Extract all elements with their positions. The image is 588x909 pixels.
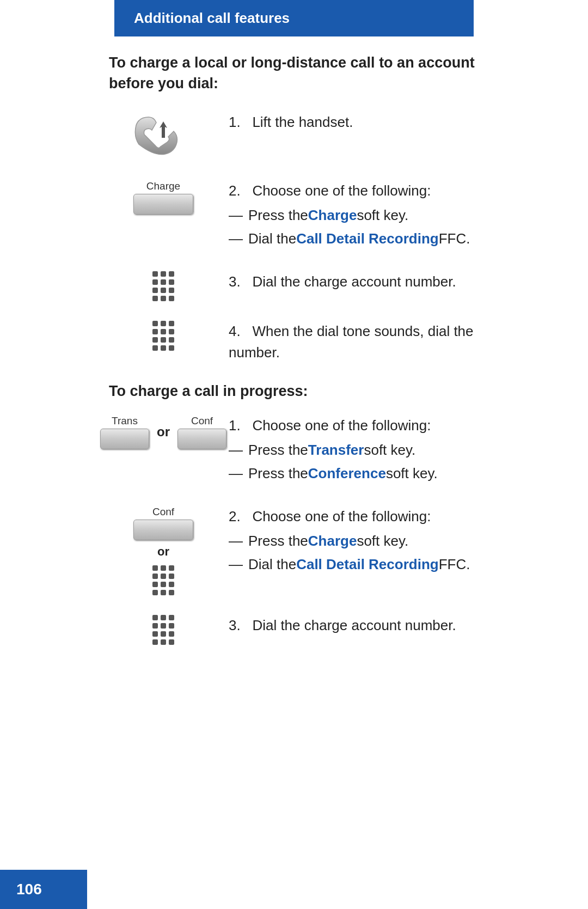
step1-num: 1. <box>229 114 248 130</box>
conference-blue: Conference <box>308 463 386 484</box>
s2-step2-bullet1: Press the Charge soft key. <box>229 530 479 552</box>
s2-step1-text: 1. Choose one of the following: Press th… <box>218 415 479 486</box>
s2-step3-row: 3. Dial the charge account number. <box>109 615 479 645</box>
step2-bullet1: Press the Charge soft key. <box>229 205 479 226</box>
conf-key-wrapper2: Conf <box>133 506 193 540</box>
s2-step2-intro: Choose one of the following: <box>252 508 431 524</box>
step3-num: 3. <box>229 273 248 290</box>
step2-intro: Choose one of the following: <box>252 182 431 199</box>
conf-or-block: Conf or <box>133 506 193 595</box>
trans-label: Trans <box>112 415 138 427</box>
transfer-blue: Transfer <box>308 440 364 461</box>
s2-step1-bullet1: Press the Transfer soft key. <box>229 440 479 461</box>
cdr-blue2: Call Detail Recording <box>296 554 439 575</box>
step4-row: 4. When the dial tone sounds, dial the n… <box>109 321 479 363</box>
keypad4-col <box>109 615 218 645</box>
step2-row: Charge 2. Choose one of the following: P… <box>109 180 479 252</box>
s2-step1-row: Trans or Conf 1. Choose one of the follo… <box>109 415 479 486</box>
charge-blue2: Charge <box>308 530 357 552</box>
keypad2-col <box>109 321 218 351</box>
conf-or-keypad-col: Conf or <box>109 506 218 595</box>
step3-row: 3. Dial the charge account number. <box>109 271 479 301</box>
step2-bullet2: Dial the Call Detail Recording FFC. <box>229 228 479 249</box>
handset-icon-col <box>109 112 218 161</box>
step3-label: Dial the charge account number. <box>252 273 456 290</box>
cdr-blue1: Call Detail Recording <box>296 228 439 249</box>
keypad1-icon <box>152 271 174 301</box>
trans-key-wrapper: Trans <box>100 415 149 449</box>
step3-text: 3. Dial the charge account number. <box>218 271 479 292</box>
charge-soft-key[interactable] <box>133 194 193 215</box>
or-label2: or <box>157 545 169 559</box>
trans-conf-col: Trans or Conf <box>109 415 218 449</box>
page-container: To charge a local or long-distance call … <box>103 36 485 681</box>
s2-step1-num: 1. <box>229 417 248 434</box>
conf-label1: Conf <box>191 415 213 427</box>
charge-key-wrapper: Charge <box>133 180 193 215</box>
s2-step2-num: 2. <box>229 508 248 524</box>
step1-row: 1. Lift the handset. <box>109 112 479 161</box>
s2-step1-bullet2: Press the Conference soft key. <box>229 463 479 484</box>
page-number-bar: 106 <box>0 870 87 909</box>
conf-label2: Conf <box>152 506 174 518</box>
step2-bullets: Press the Charge soft key. Dial the Call… <box>229 205 479 249</box>
s2-step3-num: 3. <box>229 617 248 633</box>
softkeys-row: Trans or Conf <box>100 415 226 449</box>
keypad2-icon <box>152 321 174 351</box>
s2-step2-row: Conf or 2. Choose one of the following: … <box>109 506 479 595</box>
step2-text: 2. Choose one of the following: Press th… <box>218 180 479 252</box>
conf-soft-key2[interactable] <box>133 520 193 540</box>
trans-soft-key[interactable] <box>100 429 149 449</box>
s2-step1-bullets: Press the Transfer soft key. Press the C… <box>229 440 479 484</box>
s2-step3-text: 3. Dial the charge account number. <box>218 615 479 636</box>
or-text1: or <box>157 424 170 440</box>
charge-blue1: Charge <box>308 205 357 226</box>
header-label: Additional call features <box>134 10 290 26</box>
s2-step2-text: 2. Choose one of the following: Press th… <box>218 506 479 577</box>
step1-label: Lift the handset. <box>252 114 353 130</box>
s2-step1-intro: Choose one of the following: <box>252 417 431 434</box>
section2-title: To charge a call in progress: <box>109 383 479 400</box>
step4-text: 4. When the dial tone sounds, dial the n… <box>218 321 479 363</box>
charge-key-label: Charge <box>146 180 180 192</box>
keypad3-icon <box>152 565 174 595</box>
header-bar: Additional call features <box>114 0 474 36</box>
keypad4-icon <box>152 615 174 645</box>
s2-step2-bullet2: Dial the Call Detail Recording FFC. <box>229 554 479 575</box>
step4-num: 4. <box>229 323 248 339</box>
step2-num: 2. <box>229 182 248 199</box>
charge-key-col: Charge <box>109 180 218 215</box>
keypad1-col <box>109 271 218 301</box>
s2-step2-bullets: Press the Charge soft key. Dial the Call… <box>229 530 479 575</box>
svg-marker-0 <box>160 121 167 138</box>
page-number: 106 <box>16 881 42 898</box>
section1-title: To charge a local or long-distance call … <box>109 53 479 94</box>
s2-step3-label: Dial the charge account number. <box>252 617 456 633</box>
step1-text: 1. Lift the handset. <box>218 112 479 133</box>
handset-icon <box>128 112 199 161</box>
step4-label: When the dial tone sounds, dial the numb… <box>229 323 474 361</box>
